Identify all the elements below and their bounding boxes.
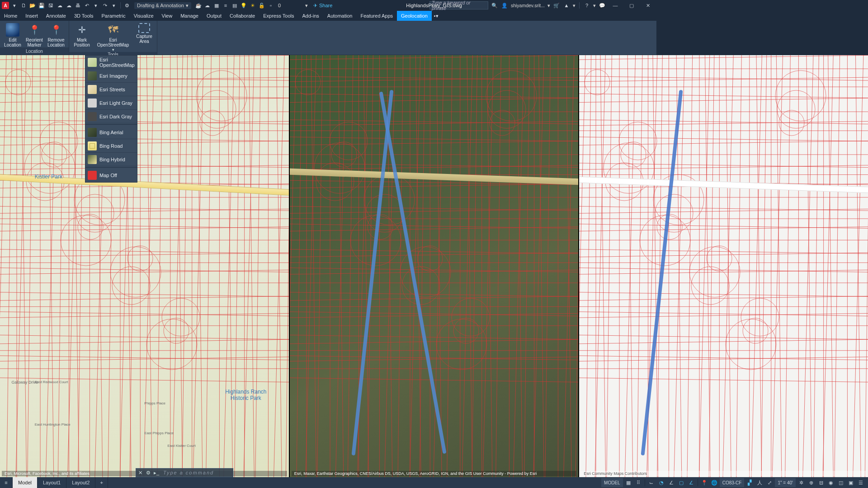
remove-location-button[interactable]: 📍 Remove Location: [45, 22, 67, 47]
edit-location-button[interactable]: Edit Location: [2, 22, 24, 47]
map-thumb-icon: [88, 58, 97, 67]
map-option-esri-streets[interactable]: Esri Streets: [85, 83, 137, 96]
workspace-gear-icon[interactable]: ⚙: [123, 2, 131, 9]
app-icon[interactable]: A: [2, 2, 9, 9]
menu-manage[interactable]: Manage: [176, 11, 203, 21]
panel-title: Location: [0, 47, 69, 55]
menu-output[interactable]: Output: [203, 11, 226, 21]
props-icon[interactable]: ▤: [231, 2, 238, 9]
menu-extra-icon[interactable]: ▪▾: [432, 11, 441, 21]
map-provider-button[interactable]: 🗺 Esri OpenStreetMap ▾: [93, 22, 133, 52]
capture-area-button[interactable]: Capture Area: [133, 22, 155, 44]
parcel-overlay: [0, 55, 289, 369]
chevron-down-icon[interactable]: ▾: [547, 3, 550, 9]
bulb-icon[interactable]: 💡: [240, 2, 247, 9]
cloud-icon[interactable]: ☁: [204, 2, 211, 9]
reorient-marker-button[interactable]: 📍 Reorient Marker: [24, 22, 45, 47]
viewport-left[interactable]: Kistler Park Highlands Ranch Historic Pa…: [0, 55, 289, 369]
menu-featured-apps[interactable]: Featured Apps: [356, 11, 397, 21]
cart-icon[interactable]: 🛒: [553, 2, 560, 9]
qat-dropdown-icon[interactable]: ▾: [11, 2, 18, 9]
workspace-selector[interactable]: Drafting & Annotation ▾: [134, 2, 191, 9]
qat-redo-dd-icon[interactable]: ▾: [110, 2, 118, 9]
menu-visualize[interactable]: Visualize: [130, 11, 158, 21]
menu-view[interactable]: View: [158, 11, 177, 21]
menu-annotate[interactable]: Annotate: [42, 11, 70, 21]
map-option-esri-dark-gray[interactable]: Esri Dark Gray: [85, 110, 137, 123]
svg-line-246: [579, 55, 656, 60]
map-option-bing-aerial[interactable]: Bing Aerial: [85, 126, 137, 139]
undo-icon[interactable]: ↶: [83, 2, 90, 9]
layers-icon[interactable]: ≡: [222, 2, 229, 9]
map-option-bing-road[interactable]: Bing Road: [85, 139, 137, 153]
svg-line-21: [0, 200, 289, 213]
map-option-label: Esri OpenStreetMap: [99, 57, 135, 68]
lock-icon[interactable]: 🔓: [258, 2, 265, 9]
svg-line-275: [579, 268, 656, 282]
menu-automation[interactable]: Automation: [323, 11, 357, 21]
ribbon-panel-location: Edit Location 📍 Reorient Marker 📍 Remove…: [0, 21, 69, 55]
web-open-icon[interactable]: ☁: [56, 2, 63, 9]
menu-geolocation[interactable]: Geolocation: [397, 11, 432, 21]
map-option-bing-hybrid[interactable]: Bing Hybrid: [85, 153, 137, 166]
map-thumb-icon: [88, 141, 97, 150]
sheet-set-icon[interactable]: ▦: [213, 2, 220, 9]
map-option-esri-imagery[interactable]: Esri Imagery: [85, 69, 137, 83]
chevron-down-icon[interactable]: ▾: [593, 3, 596, 9]
autodesk-icon[interactable]: ▲: [563, 2, 570, 9]
user-name[interactable]: shiyamdev.srit...: [511, 3, 545, 8]
help-icon[interactable]: ?: [583, 2, 590, 9]
web-save-icon[interactable]: ☁: [65, 2, 72, 9]
map-option-label: Map Off: [99, 173, 117, 178]
new-icon[interactable]: 🗋: [20, 2, 27, 9]
search-icon[interactable]: 🔍: [491, 2, 498, 9]
map-option-map-off[interactable]: Map Off: [85, 169, 137, 182]
chevron-down-icon[interactable]: ▾: [305, 3, 308, 9]
map-option-esri-openstreetmap[interactable]: Esri OpenStreetMap: [85, 56, 137, 69]
qat-undo-dd-icon[interactable]: ▾: [92, 2, 99, 9]
menu-express-tools[interactable]: Express Tools: [259, 11, 298, 21]
share-label: Share: [319, 3, 332, 8]
parcel-overlay: [290, 55, 579, 369]
layer-name[interactable]: 0: [276, 3, 303, 8]
svg-line-261: [579, 156, 656, 169]
open-icon[interactable]: 📂: [29, 2, 36, 9]
share-button[interactable]: ✈ Share: [313, 3, 332, 9]
viewport-middle[interactable]: Esri, Maxar, Earthstar Geographics, CNES…: [290, 55, 579, 369]
chevron-down-icon: ▾: [186, 3, 189, 9]
menu-add-ins[interactable]: Add-ins: [298, 11, 323, 21]
menu-3d-tools[interactable]: 3D Tools: [70, 11, 98, 21]
chevron-down-icon: ▾: [112, 47, 114, 52]
menu-home[interactable]: Home: [0, 11, 21, 21]
mark-position-button[interactable]: ✛ Mark Position: [71, 22, 93, 47]
layer-color-icon[interactable]: ▫: [267, 2, 274, 9]
rlabel: Capture Area: [136, 34, 152, 44]
svg-line-284: [579, 335, 656, 348]
maximize-button[interactable]: ▢: [625, 0, 638, 10]
minimize-button[interactable]: —: [609, 0, 622, 10]
close-button[interactable]: ✕: [641, 0, 655, 10]
menu-parametric[interactable]: Parametric: [98, 11, 130, 21]
comment-icon[interactable]: 💬: [599, 2, 606, 9]
menu-insert[interactable]: Insert: [21, 11, 42, 21]
svg-line-278: [579, 292, 656, 306]
user-icon[interactable]: 👤: [501, 2, 508, 9]
svg-line-24: [0, 217, 289, 231]
map-option-label: Esri Dark Gray: [99, 114, 132, 119]
save-icon[interactable]: 💾: [38, 2, 45, 9]
mug-icon[interactable]: ☕: [195, 2, 202, 9]
svg-line-281: [579, 312, 656, 325]
svg-line-135: [290, 131, 579, 145]
map-option-esri-light-gray[interactable]: Esri Light Gray: [85, 96, 137, 110]
svg-line-77: [181, 55, 203, 369]
chevron-down-icon[interactable]: ▾: [573, 3, 576, 9]
svg-line-288: [579, 347, 656, 361]
viewport-right[interactable]: Esri Community Maps Contributors: [579, 55, 656, 369]
saveas-icon[interactable]: 🖫: [47, 2, 54, 9]
plot-icon[interactable]: 🖶: [74, 2, 81, 9]
redo-icon[interactable]: ↷: [101, 2, 108, 9]
map-thumb-icon: [88, 71, 97, 80]
svg-point-358: [655, 194, 656, 232]
menu-collaborate[interactable]: Collaborate: [226, 11, 259, 21]
sun-icon[interactable]: ☀: [249, 2, 256, 9]
